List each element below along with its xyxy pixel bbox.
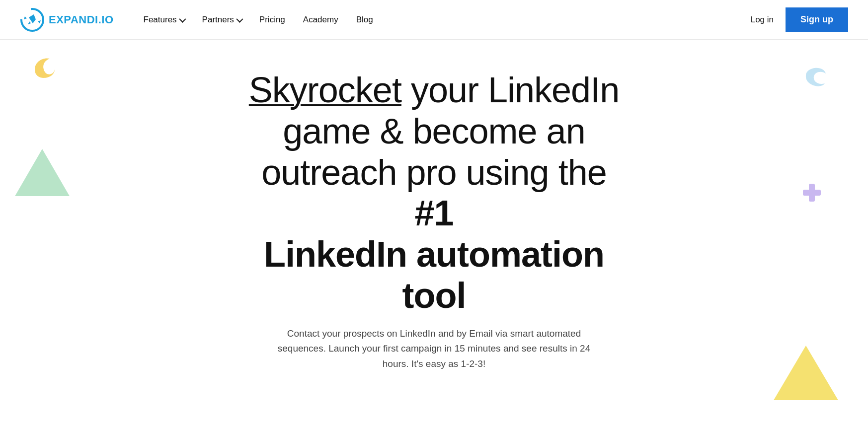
blue-crescent-icon xyxy=(801,65,828,87)
signup-button[interactable]: Sign up xyxy=(786,7,848,32)
partners-chevron-icon xyxy=(236,15,243,22)
hero-content: Skyrocket your LinkedIngame & become ano… xyxy=(245,70,623,371)
logo-link[interactable]: EXPANDI.IO xyxy=(20,7,114,32)
yellow-triangle-icon xyxy=(774,346,838,400)
hero-title-number1: #1 xyxy=(414,193,453,233)
partners-link[interactable]: Partners xyxy=(202,15,241,25)
features-chevron-icon xyxy=(179,15,186,22)
hero-title-bold2: LinkedIn automation tool xyxy=(264,234,604,315)
hero-title-skyrocket: Skyrocket xyxy=(249,70,401,110)
hero-title: Skyrocket your LinkedIngame & become ano… xyxy=(245,70,623,316)
nav-links: Features Partners Pricing Academy Blog xyxy=(144,15,751,25)
logo-text: EXPANDI.IO xyxy=(49,13,114,26)
yellow-crescent-icon xyxy=(30,55,60,84)
hero-section: Skyrocket your LinkedIngame & become ano… xyxy=(0,40,868,430)
logo-icon xyxy=(20,7,45,32)
hero-subtitle: Contact your prospects on LinkedIn and b… xyxy=(275,326,593,371)
nav-right: Log in Sign up xyxy=(751,7,848,32)
features-link[interactable]: Features xyxy=(144,15,184,25)
pricing-link[interactable]: Pricing xyxy=(259,15,285,25)
purple-cross-icon xyxy=(803,184,821,202)
blog-link[interactable]: Blog xyxy=(356,15,373,25)
academy-link[interactable]: Academy xyxy=(303,15,338,25)
login-link[interactable]: Log in xyxy=(751,15,774,25)
navbar: EXPANDI.IO Features Partners Pricing Aca… xyxy=(0,0,868,40)
green-triangle-icon xyxy=(15,149,70,196)
